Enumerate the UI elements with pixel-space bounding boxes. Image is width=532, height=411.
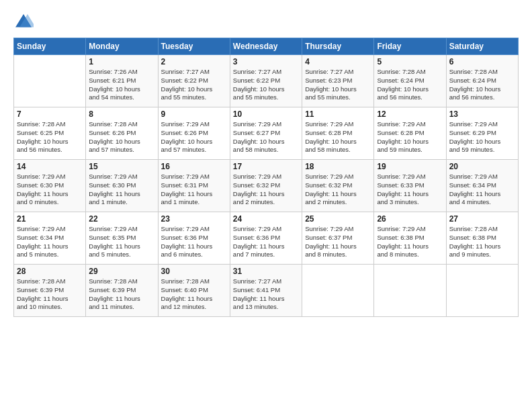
header-row: SundayMondayTuesdayWednesdayThursdayFrid… xyxy=(14,38,519,55)
day-cell: 4Sunrise: 7:27 AMSunset: 6:23 PMDaylight… xyxy=(302,55,374,107)
header-sunday: Sunday xyxy=(14,38,86,55)
day-cell xyxy=(302,265,374,317)
day-number: 26 xyxy=(377,214,443,224)
day-number: 24 xyxy=(233,214,299,224)
day-number: 25 xyxy=(305,214,371,224)
day-number: 30 xyxy=(161,267,227,276)
day-number: 28 xyxy=(17,267,83,276)
day-cell: 9Sunrise: 7:29 AMSunset: 6:26 PMDaylight… xyxy=(158,107,230,160)
day-cell: 24Sunrise: 7:29 AMSunset: 6:36 PMDayligh… xyxy=(230,212,302,265)
day-cell: 19Sunrise: 7:29 AMSunset: 6:33 PMDayligh… xyxy=(374,160,446,212)
day-info: Sunrise: 7:29 AMSunset: 6:31 PMDaylight:… xyxy=(161,173,227,207)
day-info: Sunrise: 7:29 AMSunset: 6:36 PMDaylight:… xyxy=(161,225,227,259)
day-cell: 14Sunrise: 7:29 AMSunset: 6:30 PMDayligh… xyxy=(14,160,86,212)
day-number: 18 xyxy=(305,162,371,171)
day-info: Sunrise: 7:28 AMSunset: 6:39 PMDaylight:… xyxy=(89,277,154,312)
day-info: Sunrise: 7:27 AMSunset: 6:22 PMDaylight:… xyxy=(233,68,299,102)
day-info: Sunrise: 7:29 AMSunset: 6:27 PMDaylight:… xyxy=(233,120,299,154)
day-cell: 21Sunrise: 7:29 AMSunset: 6:34 PMDayligh… xyxy=(14,212,86,265)
day-number: 27 xyxy=(449,214,515,224)
day-info: Sunrise: 7:29 AMSunset: 6:37 PMDaylight:… xyxy=(305,225,371,259)
day-number: 29 xyxy=(89,267,154,276)
day-number: 4 xyxy=(305,57,371,66)
day-cell: 20Sunrise: 7:29 AMSunset: 6:34 PMDayligh… xyxy=(446,160,518,212)
day-info: Sunrise: 7:29 AMSunset: 6:28 PMDaylight:… xyxy=(377,120,443,154)
day-number: 20 xyxy=(449,162,515,171)
day-info: Sunrise: 7:28 AMSunset: 6:25 PMDaylight:… xyxy=(17,120,83,154)
day-cell xyxy=(374,265,446,317)
day-cell: 15Sunrise: 7:29 AMSunset: 6:30 PMDayligh… xyxy=(86,160,158,212)
day-number: 16 xyxy=(161,162,227,171)
day-cell: 25Sunrise: 7:29 AMSunset: 6:37 PMDayligh… xyxy=(302,212,374,265)
day-cell: 16Sunrise: 7:29 AMSunset: 6:31 PMDayligh… xyxy=(158,160,230,212)
day-cell: 17Sunrise: 7:29 AMSunset: 6:32 PMDayligh… xyxy=(230,160,302,212)
day-cell: 7Sunrise: 7:28 AMSunset: 6:25 PMDaylight… xyxy=(14,107,86,160)
day-number: 17 xyxy=(233,162,299,171)
day-info: Sunrise: 7:29 AMSunset: 6:30 PMDaylight:… xyxy=(17,173,83,207)
day-cell: 13Sunrise: 7:29 AMSunset: 6:29 PMDayligh… xyxy=(446,107,518,160)
page-header xyxy=(13,12,519,32)
day-cell: 8Sunrise: 7:28 AMSunset: 6:26 PMDaylight… xyxy=(86,107,158,160)
logo xyxy=(13,12,36,32)
day-info: Sunrise: 7:26 AMSunset: 6:21 PMDaylight:… xyxy=(89,68,154,102)
day-number: 10 xyxy=(233,109,299,119)
logo-icon xyxy=(13,12,34,32)
day-cell: 10Sunrise: 7:29 AMSunset: 6:27 PMDayligh… xyxy=(230,107,302,160)
day-cell xyxy=(14,55,86,107)
day-number: 19 xyxy=(377,162,443,171)
day-number: 6 xyxy=(449,57,515,66)
week-row-2: 7Sunrise: 7:28 AMSunset: 6:25 PMDaylight… xyxy=(14,107,519,160)
day-info: Sunrise: 7:28 AMSunset: 6:38 PMDaylight:… xyxy=(449,225,515,259)
day-info: Sunrise: 7:28 AMSunset: 6:24 PMDaylight:… xyxy=(377,68,443,102)
day-number: 7 xyxy=(17,109,83,119)
day-info: Sunrise: 7:29 AMSunset: 6:34 PMDaylight:… xyxy=(17,225,83,259)
day-info: Sunrise: 7:28 AMSunset: 6:24 PMDaylight:… xyxy=(449,68,515,102)
day-cell: 11Sunrise: 7:29 AMSunset: 6:28 PMDayligh… xyxy=(302,107,374,160)
day-number: 13 xyxy=(449,109,515,119)
day-cell xyxy=(446,265,518,317)
week-row-3: 14Sunrise: 7:29 AMSunset: 6:30 PMDayligh… xyxy=(14,160,519,212)
day-number: 12 xyxy=(377,109,443,119)
week-row-1: 1Sunrise: 7:26 AMSunset: 6:21 PMDaylight… xyxy=(14,55,519,107)
day-info: Sunrise: 7:29 AMSunset: 6:32 PMDaylight:… xyxy=(305,173,371,207)
day-cell: 28Sunrise: 7:28 AMSunset: 6:39 PMDayligh… xyxy=(14,265,86,317)
day-number: 14 xyxy=(17,162,83,171)
day-number: 5 xyxy=(377,57,443,66)
day-number: 23 xyxy=(161,214,227,224)
day-number: 1 xyxy=(89,57,154,66)
day-number: 8 xyxy=(89,109,154,119)
day-info: Sunrise: 7:27 AMSunset: 6:41 PMDaylight:… xyxy=(233,277,299,312)
day-info: Sunrise: 7:29 AMSunset: 6:32 PMDaylight:… xyxy=(233,173,299,207)
day-info: Sunrise: 7:29 AMSunset: 6:35 PMDaylight:… xyxy=(89,225,154,259)
day-cell: 22Sunrise: 7:29 AMSunset: 6:35 PMDayligh… xyxy=(86,212,158,265)
header-thursday: Thursday xyxy=(302,38,374,55)
day-cell: 30Sunrise: 7:28 AMSunset: 6:40 PMDayligh… xyxy=(158,265,230,317)
day-info: Sunrise: 7:27 AMSunset: 6:23 PMDaylight:… xyxy=(305,68,371,102)
day-number: 22 xyxy=(89,214,154,224)
day-info: Sunrise: 7:29 AMSunset: 6:26 PMDaylight:… xyxy=(161,120,227,154)
day-cell: 31Sunrise: 7:27 AMSunset: 6:41 PMDayligh… xyxy=(230,265,302,317)
day-cell: 5Sunrise: 7:28 AMSunset: 6:24 PMDaylight… xyxy=(374,55,446,107)
day-cell: 26Sunrise: 7:29 AMSunset: 6:38 PMDayligh… xyxy=(374,212,446,265)
day-info: Sunrise: 7:28 AMSunset: 6:40 PMDaylight:… xyxy=(161,277,227,312)
day-info: Sunrise: 7:29 AMSunset: 6:36 PMDaylight:… xyxy=(233,225,299,259)
day-info: Sunrise: 7:29 AMSunset: 6:38 PMDaylight:… xyxy=(377,225,443,259)
day-number: 2 xyxy=(161,57,227,66)
header-saturday: Saturday xyxy=(446,38,518,55)
day-number: 3 xyxy=(233,57,299,66)
day-number: 21 xyxy=(17,214,83,224)
header-tuesday: Tuesday xyxy=(158,38,230,55)
day-cell: 18Sunrise: 7:29 AMSunset: 6:32 PMDayligh… xyxy=(302,160,374,212)
day-number: 9 xyxy=(161,109,227,119)
day-info: Sunrise: 7:29 AMSunset: 6:33 PMDaylight:… xyxy=(377,173,443,207)
day-info: Sunrise: 7:29 AMSunset: 6:28 PMDaylight:… xyxy=(305,120,371,154)
calendar-table: SundayMondayTuesdayWednesdayThursdayFrid… xyxy=(13,38,519,317)
day-cell: 23Sunrise: 7:29 AMSunset: 6:36 PMDayligh… xyxy=(158,212,230,265)
day-cell: 2Sunrise: 7:27 AMSunset: 6:22 PMDaylight… xyxy=(158,55,230,107)
day-info: Sunrise: 7:28 AMSunset: 6:26 PMDaylight:… xyxy=(89,120,154,154)
day-info: Sunrise: 7:27 AMSunset: 6:22 PMDaylight:… xyxy=(161,68,227,102)
week-row-4: 21Sunrise: 7:29 AMSunset: 6:34 PMDayligh… xyxy=(14,212,519,265)
day-info: Sunrise: 7:28 AMSunset: 6:39 PMDaylight:… xyxy=(17,277,83,312)
day-info: Sunrise: 7:29 AMSunset: 6:34 PMDaylight:… xyxy=(449,173,515,207)
day-cell: 27Sunrise: 7:28 AMSunset: 6:38 PMDayligh… xyxy=(446,212,518,265)
